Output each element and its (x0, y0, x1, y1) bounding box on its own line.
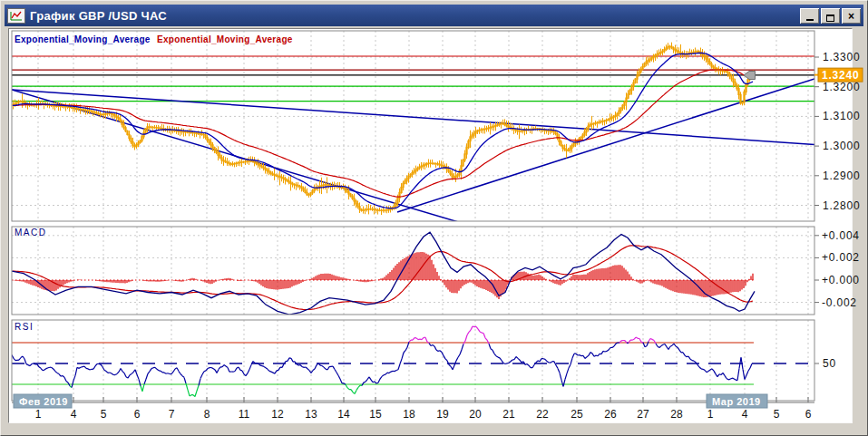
window-controls: × (800, 8, 861, 24)
titlebar[interactable]: График GBP /USD ЧАС × (5, 5, 863, 26)
close-icon: × (842, 10, 861, 24)
maximize-button[interactable] (821, 8, 840, 24)
maximize-icon (826, 15, 834, 22)
minimize-icon (806, 19, 814, 21)
chart-window: График GBP /USD ЧАС × Exponential_Moving… (0, 0, 868, 436)
window-title: График GBP /USD ЧАС (30, 9, 800, 23)
minimize-button[interactable] (800, 8, 819, 24)
chart-client-area (8, 28, 853, 423)
close-button[interactable]: × (842, 8, 861, 24)
chart-app-icon (7, 8, 25, 24)
